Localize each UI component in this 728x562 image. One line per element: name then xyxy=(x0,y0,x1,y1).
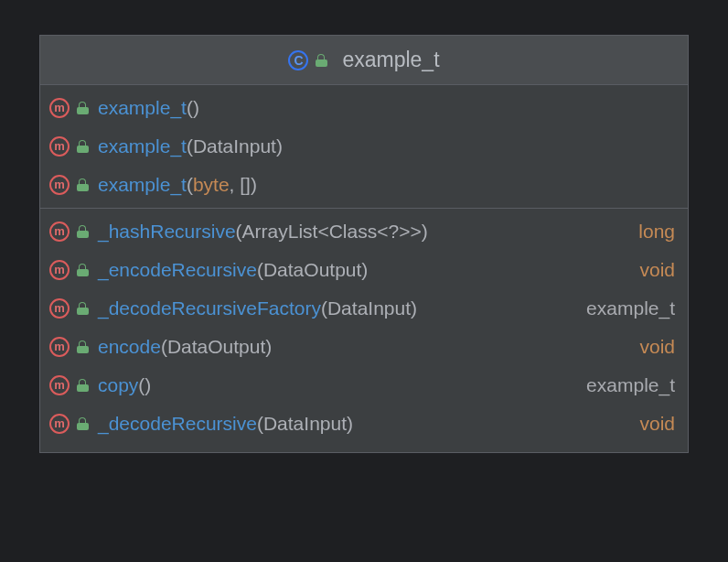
return-type: example_t xyxy=(586,374,675,396)
class-icon: C xyxy=(288,50,308,70)
method-icon: m xyxy=(49,222,70,242)
method-icon: m xyxy=(49,136,70,157)
lock-icon xyxy=(77,264,90,276)
signature-text: copy() xyxy=(98,374,151,396)
signature-text: example_t(byte, []) xyxy=(98,174,257,196)
lock-icon xyxy=(77,225,90,238)
member-row[interactable]: m_encodeRecursive(DataOutput)void xyxy=(40,251,688,289)
signature-text: _decodeRecursive(DataInput) xyxy=(98,413,353,435)
member-row[interactable]: mexample_t(DataInput) xyxy=(40,127,688,166)
member-signature: m_encodeRecursive(DataOutput) xyxy=(49,259,632,281)
method-icon: m xyxy=(49,98,70,118)
return-type: void xyxy=(639,413,675,435)
member-signature: mexample_t(DataInput) xyxy=(49,135,675,157)
lock-icon xyxy=(77,379,90,392)
return-type: example_t xyxy=(586,297,675,319)
lock-icon xyxy=(77,417,90,430)
class-title: example_t xyxy=(342,48,439,72)
method-icon: m xyxy=(49,298,70,319)
lock-icon xyxy=(77,302,90,315)
return-type: void xyxy=(639,336,675,358)
lock-icon xyxy=(77,102,90,114)
lock-icon xyxy=(77,140,90,153)
member-signature: mexample_t(byte, []) xyxy=(49,174,675,196)
member-row[interactable]: m_hashRecursive(ArrayList<Class<?>>)long xyxy=(40,212,688,251)
member-signature: mencode(DataOutput) xyxy=(49,336,632,358)
constructors-section: mexample_t()mexample_t(DataInput)mexampl… xyxy=(40,85,688,209)
signature-text: example_t(DataInput) xyxy=(98,135,283,157)
class-structure-panel: C example_t mexample_t()mexample_t(DataI… xyxy=(39,35,689,453)
member-row[interactable]: mexample_t(byte, []) xyxy=(40,166,688,204)
method-icon: m xyxy=(49,375,70,395)
signature-text: example_t() xyxy=(98,97,199,119)
methods-section: m_hashRecursive(ArrayList<Class<?>>)long… xyxy=(40,209,688,452)
member-row[interactable]: m_decodeRecursiveFactory(DataInput)examp… xyxy=(40,289,688,328)
member-signature: m_decodeRecursive(DataInput) xyxy=(49,413,632,435)
method-icon: m xyxy=(49,337,70,357)
member-row[interactable]: m_decodeRecursive(DataInput)void xyxy=(40,405,688,443)
return-type: long xyxy=(638,221,675,243)
method-icon: m xyxy=(49,414,70,434)
lock-icon xyxy=(77,178,90,191)
member-signature: m_hashRecursive(ArrayList<Class<?>>) xyxy=(49,221,631,243)
lock-icon xyxy=(316,54,328,67)
member-row[interactable]: mcopy()example_t xyxy=(40,366,688,405)
method-icon: m xyxy=(49,260,70,280)
member-signature: mcopy() xyxy=(49,374,579,396)
member-signature: mexample_t() xyxy=(49,97,675,119)
member-row[interactable]: mexample_t() xyxy=(40,89,688,127)
return-type: void xyxy=(639,259,675,281)
signature-text: _hashRecursive(ArrayList<Class<?>>) xyxy=(98,221,428,243)
member-signature: m_decodeRecursiveFactory(DataInput) xyxy=(49,297,579,319)
lock-icon xyxy=(77,340,90,353)
signature-text: _decodeRecursiveFactory(DataInput) xyxy=(98,297,417,319)
member-row[interactable]: mencode(DataOutput)void xyxy=(40,328,688,366)
panel-header: C example_t xyxy=(40,36,688,85)
signature-text: _encodeRecursive(DataOutput) xyxy=(98,259,368,281)
signature-text: encode(DataOutput) xyxy=(98,336,272,358)
method-icon: m xyxy=(49,175,70,195)
